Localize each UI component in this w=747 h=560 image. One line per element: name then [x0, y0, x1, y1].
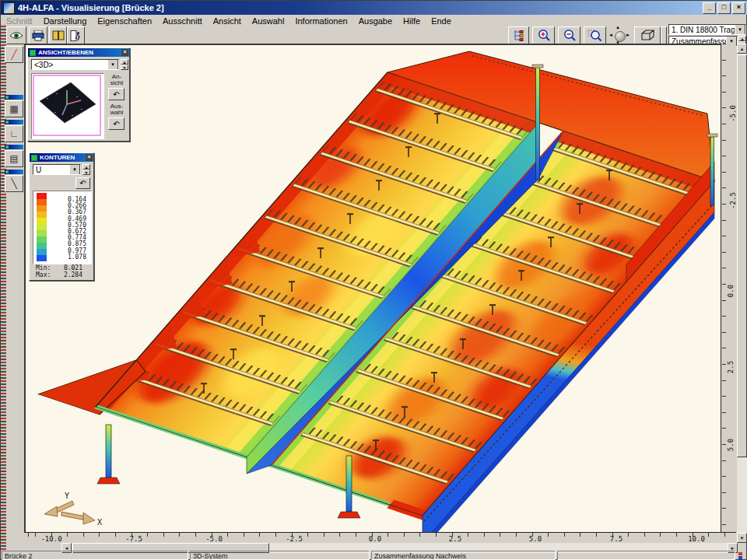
menu-item-ende[interactable]: Ende — [426, 16, 457, 26]
close-icon[interactable]: × — [732, 2, 745, 14]
docked-panel-bar-2[interactable] — [5, 120, 23, 124]
auswahl-label: Aus-wahl — [106, 103, 128, 116]
maximize-icon[interactable]: □ — [717, 2, 731, 14]
pencil-icon: ╱ — [11, 49, 16, 60]
minimize-icon[interactable]: _ — [703, 2, 716, 14]
menu-item-informationen[interactable]: Informationen — [289, 16, 352, 26]
tree-icon — [513, 30, 525, 41]
view-spinner-down-icon[interactable]: ▼ — [121, 65, 128, 70]
menu-item-darstellung[interactable]: Darstellung — [38, 16, 93, 26]
cube-icon — [638, 30, 657, 42]
menu-item-schnitt: Schnitt — [1, 16, 38, 26]
min-value: 0.021 — [58, 264, 82, 271]
plate-panel-button[interactable]: ▤ — [5, 150, 23, 167]
projection-cube-button[interactable] — [634, 26, 661, 44]
plate-icon: ▤ — [9, 153, 18, 164]
kontur-panel-titlebar[interactable]: KONTUREN × — [30, 153, 93, 162]
zoom-out-icon — [563, 29, 577, 42]
ansicht-apply-button[interactable]: ↶ — [108, 88, 124, 100]
title-bar[interactable]: 4H-ALFA - Visualisierung [Brücke 2] _ □ … — [1, 1, 747, 15]
nachweis-combo[interactable]: 1. DIN 18800 Tragfähigkeit (Th ▼ — [668, 24, 746, 35]
contour-legend: 0.164 0.266 0.367 0.469 0.570 0.672 0.77… — [33, 191, 92, 264]
exit-button[interactable] — [67, 26, 85, 44]
apply-arrow-icon: ↶ — [79, 179, 86, 187]
kontur-apply-button[interactable]: ↶ — [75, 177, 90, 189]
legend-values: 0.164 0.266 0.367 0.469 0.570 0.672 0.77… — [54, 196, 86, 260]
eye-icon — [9, 31, 23, 40]
h-ruler-label: 2.5 — [449, 535, 461, 543]
menu-item-auswahl[interactable]: Auswahl — [247, 16, 290, 26]
legend-value: 0.875 — [54, 240, 86, 247]
pen-panel-button[interactable]: ╲ — [5, 175, 23, 192]
view-spinner-up-icon[interactable]: ▲ — [121, 59, 128, 65]
help-book-button[interactable] — [49, 26, 67, 44]
legend-swatch — [37, 249, 47, 255]
component-spinner[interactable]: ▲ ▼ — [82, 164, 90, 175]
h-ruler-label: 10.0 — [688, 535, 705, 543]
print-button[interactable] — [29, 26, 47, 44]
menu-bar: Schnitt Darstellung Eigenschaften Aussch… — [1, 15, 747, 26]
panel-icon — [31, 155, 37, 161]
menu-item-ausgabe[interactable]: Ausgabe — [353, 16, 398, 26]
legend-value: 0.774 — [54, 234, 86, 240]
legend-swatches — [37, 193, 47, 261]
mesh-panel-button[interactable]: ▦ — [5, 100, 23, 117]
toolbar: ▲ ◄ ► ▼ 1. DIN 18800 Tragfähigkeit (Th ▼… — [1, 26, 747, 45]
view-combo[interactable]: <3D> ▼ — [31, 59, 119, 70]
auswahl-apply-button[interactable]: ↶ — [108, 117, 124, 130]
component-spinner-up-icon[interactable]: ▲ — [82, 164, 90, 170]
axes-panel-button[interactable]: ∟ — [5, 125, 23, 142]
legend-swatch — [37, 205, 47, 212]
menu-item-ansicht[interactable]: Ansicht — [208, 16, 247, 26]
v-ruler-label: 0.0 — [727, 285, 735, 297]
zoom-in-button[interactable] — [532, 26, 555, 44]
legend-value: 0.164 — [54, 196, 86, 202]
pan-up-icon[interactable]: ▲ — [615, 25, 620, 30]
zoom-window-button[interactable] — [584, 26, 606, 44]
view-panel: ANSICHT/EBENEN × <3D> ▼ ▲ ▼ An-sicht — [27, 47, 130, 142]
view-eye-button[interactable] — [6, 26, 26, 44]
status-project: Brücke 2 — [2, 551, 188, 560]
component-combo[interactable]: U ▼ — [33, 164, 81, 175]
view-panel-close-icon[interactable]: × — [121, 49, 128, 56]
component-dropdown-icon[interactable]: ▼ — [69, 164, 80, 175]
pan-left-icon[interactable]: ◄ — [608, 33, 613, 37]
h-ruler-label: 7.5 — [610, 535, 622, 543]
menu-item-eigenschaften[interactable]: Eigenschaften — [92, 16, 157, 26]
nachweis-dropdown-icon[interactable]: ▼ — [735, 24, 745, 35]
docked-panel-bar-3[interactable] — [5, 145, 23, 149]
h-ruler-label: 0.0 — [369, 535, 381, 543]
menu-item-ausschnitt[interactable]: Ausschnitt — [157, 16, 208, 26]
v-ruler-label: -2.5 — [729, 192, 737, 209]
docked-panel-bar-1[interactable] — [5, 95, 23, 100]
pan-ball[interactable] — [615, 31, 626, 42]
v-scroll-thumb[interactable] — [737, 54, 747, 457]
nachweis-combo-value: 1. DIN 18800 Tragfähigkeit (Th — [669, 26, 735, 34]
view-dropdown-icon[interactable]: ▼ — [107, 59, 118, 70]
h-ruler-label: -5.0 — [205, 535, 223, 543]
menu-item-hilfe[interactable]: Hilfe — [398, 16, 426, 26]
spinner-up-icon[interactable]: ▲ — [738, 36, 746, 41]
legend-swatch — [37, 212, 47, 218]
structure-tree-button[interactable] — [508, 26, 529, 44]
legend-value: 0.977 — [54, 247, 86, 254]
view-preview[interactable] — [31, 73, 104, 139]
view-spinner[interactable]: ▲ ▼ — [121, 59, 128, 70]
scroll-up-icon[interactable]: ▲ — [737, 44, 747, 54]
vertical-scrollbar[interactable]: ▲ ▼ — [737, 44, 747, 543]
preview-thumbnail — [33, 75, 101, 136]
axes-widget: Y X — [44, 492, 102, 527]
view-panel-titlebar[interactable]: ANSICHT/EBENEN × — [28, 48, 129, 57]
pen-icon: ╲ — [11, 178, 16, 189]
projection-dropdown[interactable] — [661, 26, 667, 44]
vertical-ruler-ticks — [722, 44, 726, 532]
min-label: Min: — [36, 264, 51, 271]
draw-mode-button[interactable]: ╱ — [5, 46, 23, 63]
zoom-out-button[interactable] — [558, 26, 580, 44]
component-spinner-down-icon[interactable]: ▼ — [82, 170, 90, 175]
docked-panel-bar-4[interactable] — [5, 170, 23, 174]
scroll-down-icon[interactable]: ▼ — [737, 533, 747, 543]
legend-swatch — [37, 199, 47, 205]
kontur-panel-close-icon[interactable]: × — [86, 154, 93, 161]
pan-right-icon[interactable]: ► — [626, 33, 630, 37]
